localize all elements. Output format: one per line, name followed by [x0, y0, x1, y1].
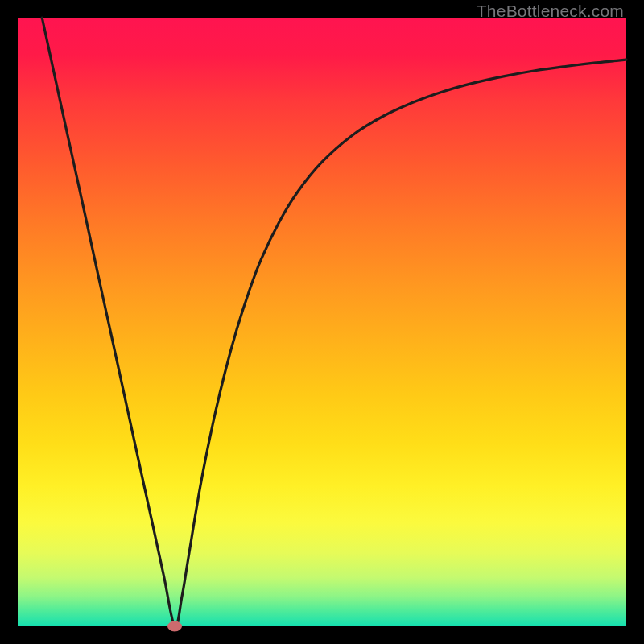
- optimum-marker: [167, 621, 182, 632]
- watermark-text: TheBottleneck.com: [477, 2, 624, 21]
- chart-frame: TheBottleneck.com: [0, 0, 644, 644]
- curve-path: [42, 18, 626, 626]
- bottleneck-curve: [18, 18, 626, 626]
- plot-area: [18, 18, 626, 626]
